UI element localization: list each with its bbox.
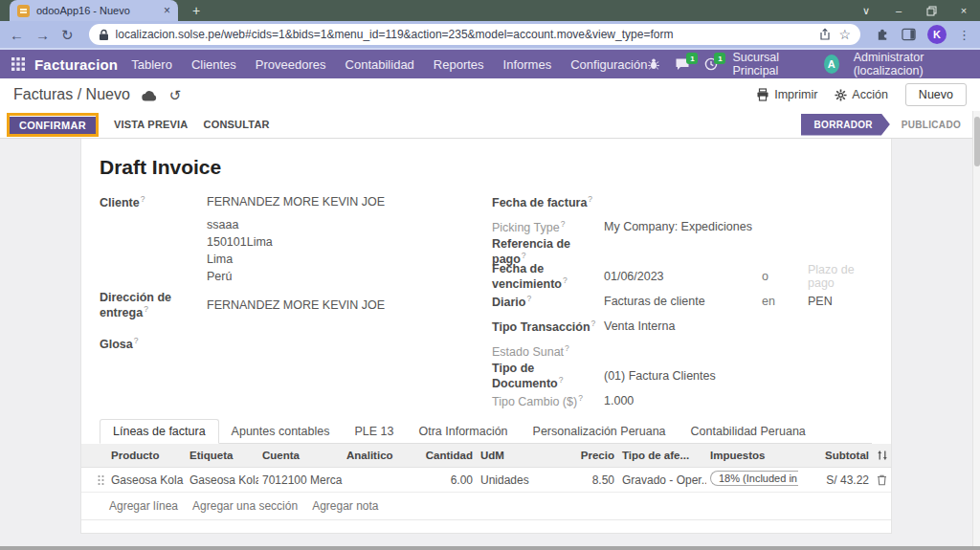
browser-menu-icon[interactable]: ⋮ [958,28,970,42]
bookmark-star-icon[interactable]: ☆ [838,28,851,41]
col-producto[interactable]: Producto [107,450,186,461]
side-panel-icon[interactable] [902,28,916,41]
user-menu[interactable]: Administrator (localizacion) [854,51,969,77]
col-cantidad[interactable]: Cantidad [419,450,477,461]
add-line-link[interactable]: Agregar línea [109,499,178,513]
browser-tab[interactable]: odooApp16 - Nuevo × [10,0,178,21]
discard-undo-icon[interactable]: ↺ [169,88,182,102]
optional-columns-icon[interactable] [873,450,892,461]
col-analitico[interactable]: Analitico [343,450,419,461]
browser-titlebar: odooApp16 - Nuevo × + ∨ – × [0,0,980,21]
reload-icon[interactable]: ↻ [61,28,74,42]
breadcrumb[interactable]: Facturas / Nuevo [13,86,130,103]
cell-precio[interactable]: 8.50 [536,473,618,487]
add-note-link[interactable]: Agregar nota [312,499,378,513]
invoice-lines-table: Producto Etiqueta Cuenta Analitico Canti… [81,444,891,520]
table-row[interactable]: Gaseosa Kola 3L Gaseosa Kola 3L 7012100 … [81,468,891,493]
col-etiqueta[interactable]: Etiqueta [186,450,258,461]
col-impuestos[interactable]: Impuestos [706,450,802,461]
state-draft-badge[interactable]: BORRADOR [801,114,890,136]
tab-personalizacion-peruana[interactable]: Personalización Peruana [521,420,679,443]
window-minimize-button[interactable]: – [882,0,915,21]
cell-producto[interactable]: Gaseosa Kola 3L [107,473,186,487]
menu-clientes[interactable]: Clientes [191,57,236,72]
cell-impuestos[interactable]: 18% (Included in p [706,471,802,489]
back-icon[interactable]: ← [10,28,24,42]
menu-tablero[interactable]: Tablero [131,57,172,72]
state-posted-badge[interactable]: PUBLICADO [902,120,961,130]
new-tab-button[interactable]: + [188,2,205,19]
new-record-button[interactable]: Nuevo [905,83,967,106]
field-value-tipo-transaccion[interactable]: Venta Interna [604,319,675,333]
tax-tag[interactable]: 18% (Included in p [710,471,798,486]
tab-otra-informacion[interactable]: Otra Información [406,420,520,443]
col-cuenta[interactable]: Cuenta [258,450,343,461]
tab-contabilidad-peruana[interactable]: Contabilidad Peruana [679,420,818,443]
field-placeholder-plazo-pago[interactable]: Plazo de pago [808,263,872,290]
tab-lineas-factura[interactable]: Líneas de factura [100,419,219,444]
menu-configuracion[interactable]: Configuración [570,57,647,72]
preview-button[interactable]: VISTA PREVIA [114,119,189,130]
col-subtotal[interactable]: Subtotal [802,450,873,461]
forward-icon[interactable]: → [35,28,50,42]
menu-reportes[interactable]: Reportes [434,57,484,72]
app-name[interactable]: Facturacion [34,56,118,73]
field-value-tipo-documento[interactable]: (01) Factura Clientes [604,369,716,383]
company-switcher[interactable]: Sucursal Principal [732,51,809,77]
col-udm[interactable]: UdM [477,450,536,461]
delete-row-icon[interactable] [873,474,892,486]
field-label-tipo-documento: Tipo de Documento? [492,362,604,390]
window-restore-button[interactable] [915,0,947,21]
activities-clock-icon[interactable]: 1 [704,57,718,71]
cell-udm[interactable]: Unidades [477,473,536,487]
menu-proveedores[interactable]: Proveedores [256,57,326,72]
field-value-direccion-entrega[interactable]: FERNANDEZ MORE KEVIN JOE [207,298,385,312]
browser-window: odooApp16 - Nuevo × + ∨ – × ← → ↻ locali… [0,0,980,550]
tab-ple-13[interactable]: PLE 13 [342,420,406,443]
url-text: localizacion.solse.pe/web#cids=1&bids=1&… [116,28,813,41]
share-icon[interactable] [818,28,832,41]
user-avatar[interactable]: A [824,55,839,74]
lock-icon [99,29,109,41]
menu-contabilidad[interactable]: Contabilidad [345,57,414,72]
add-section-link[interactable]: Agregar una sección [192,499,298,513]
browser-profile-avatar[interactable]: K [927,25,947,44]
notebook-tabs: Líneas de factura Apuntes contables PLE … [100,419,872,444]
confirm-button[interactable]: CONFIRMAR [10,117,96,134]
vertical-scrollbar[interactable] [972,111,980,546]
unsaved-cloud-icon[interactable] [142,89,158,101]
cell-tipo-afectacion[interactable]: Gravado - Oper... [618,473,706,487]
field-value-fecha-vencimiento[interactable]: 01/06/2023 [604,270,762,283]
cell-cantidad[interactable]: 6.00 [419,473,477,487]
window-close-button[interactable]: × [947,0,980,21]
scrollbar-thumb[interactable] [974,117,980,166]
extensions-icon[interactable] [876,28,890,42]
annotation-highlight-box: CONFIRMAR [7,113,99,137]
url-bar[interactable]: localizacion.solse.pe/web#cids=1&bids=1&… [89,24,860,45]
field-value-cliente[interactable]: FERNANDEZ MORE KEVIN JOE [207,195,385,209]
drag-handle-icon[interactable] [94,474,107,486]
messages-icon[interactable]: 1 [675,57,690,71]
print-button[interactable]: Imprimir [756,88,817,101]
cell-cuenta[interactable]: 7012100 Merca... [258,473,343,487]
consult-button[interactable]: CONSULTAR [204,119,270,130]
tab-search-icon[interactable]: ∨ [850,0,882,21]
field-label-cliente: Cliente? [100,194,207,209]
tab-close-icon[interactable]: × [164,5,170,16]
browser-toolbar: ← → ↻ localizacion.solse.pe/web#cids=1&b… [0,21,980,50]
apps-grid-icon[interactable] [11,57,25,71]
field-value-diario[interactable]: Facturas de cliente [604,295,762,308]
debug-bug-icon[interactable] [647,57,660,71]
activities-badge: 1 [714,53,725,64]
action-button[interactable]: Acción [835,88,888,101]
field-label-diario: Diario? [492,294,604,309]
cell-etiqueta[interactable]: Gaseosa Kola 3L [186,473,258,487]
field-value-tipo-cambio: 1.000 [604,394,634,407]
form-statusbar: CONFIRMAR VISTA PREVIA CONSULTAR BORRADO… [0,111,980,139]
col-precio[interactable]: Precio [536,450,618,461]
menu-informes[interactable]: Informes [503,57,552,72]
col-tipo-afectacion[interactable]: Tipo de afe... [618,450,706,461]
tab-apuntes-contables[interactable]: Apuntes contables [219,420,343,443]
field-value-moneda[interactable]: PEN [808,295,833,308]
table-footer: Agregar línea Agregar una sección Agrega… [81,493,891,520]
